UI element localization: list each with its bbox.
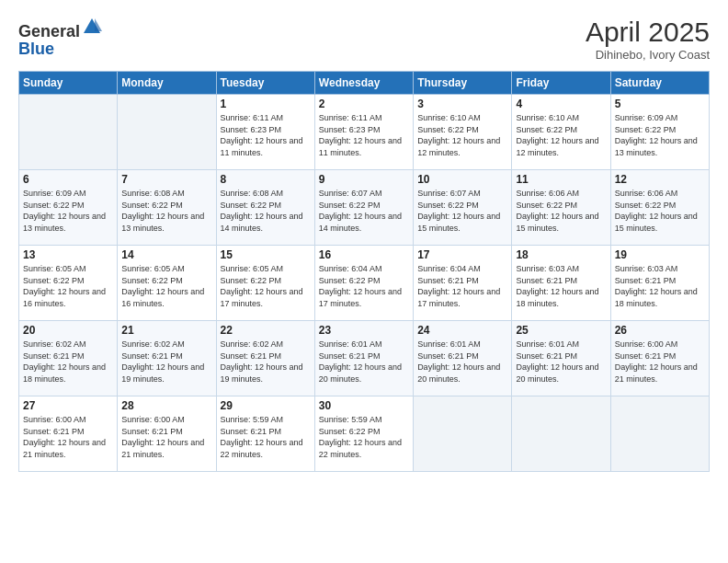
calendar-cell: [512, 396, 610, 472]
calendar-cell: 6Sunrise: 6:09 AM Sunset: 6:22 PM Daylig…: [19, 170, 118, 246]
calendar-cell: 1Sunrise: 6:11 AM Sunset: 6:23 PM Daylig…: [216, 95, 314, 170]
day-info: Sunrise: 6:08 AM Sunset: 6:22 PM Dayligh…: [121, 188, 211, 234]
calendar-cell: 9Sunrise: 6:07 AM Sunset: 6:22 PM Daylig…: [314, 170, 413, 246]
weekday-header-wednesday: Wednesday: [314, 72, 413, 95]
day-number: 30: [319, 399, 409, 412]
logo-icon: [82, 17, 102, 37]
day-number: 17: [417, 248, 507, 261]
calendar-cell: 25Sunrise: 6:01 AM Sunset: 6:21 PM Dayli…: [512, 321, 610, 396]
logo-blue: Blue: [18, 40, 54, 58]
calendar-cell: 8Sunrise: 6:08 AM Sunset: 6:22 PM Daylig…: [216, 170, 314, 246]
calendar-table: SundayMondayTuesdayWednesdayThursdayFrid…: [18, 71, 710, 472]
day-number: 26: [615, 324, 705, 337]
day-number: 24: [417, 324, 507, 337]
week-row-4: 20Sunrise: 6:02 AM Sunset: 6:21 PM Dayli…: [19, 321, 710, 396]
day-number: 18: [516, 248, 606, 261]
day-info: Sunrise: 6:03 AM Sunset: 6:21 PM Dayligh…: [615, 263, 705, 309]
day-info: Sunrise: 6:09 AM Sunset: 6:22 PM Dayligh…: [615, 112, 705, 158]
weekday-header-thursday: Thursday: [414, 72, 512, 95]
week-row-2: 6Sunrise: 6:09 AM Sunset: 6:22 PM Daylig…: [19, 170, 710, 246]
day-info: Sunrise: 6:04 AM Sunset: 6:22 PM Dayligh…: [319, 263, 409, 309]
day-info: Sunrise: 6:00 AM Sunset: 6:21 PM Dayligh…: [615, 339, 705, 385]
day-info: Sunrise: 6:01 AM Sunset: 6:21 PM Dayligh…: [516, 339, 606, 385]
day-number: 10: [417, 173, 507, 186]
day-info: Sunrise: 6:03 AM Sunset: 6:21 PM Dayligh…: [516, 263, 606, 309]
calendar-cell: 16Sunrise: 6:04 AM Sunset: 6:22 PM Dayli…: [314, 246, 413, 321]
day-info: Sunrise: 6:08 AM Sunset: 6:22 PM Dayligh…: [221, 188, 311, 234]
header: General Blue April 2025 Dihinebo, Ivory …: [18, 17, 710, 62]
calendar-cell: 11Sunrise: 6:06 AM Sunset: 6:22 PM Dayli…: [512, 170, 610, 246]
day-number: 5: [615, 98, 705, 110]
day-info: Sunrise: 6:07 AM Sunset: 6:22 PM Dayligh…: [417, 188, 507, 234]
day-info: Sunrise: 6:05 AM Sunset: 6:22 PM Dayligh…: [221, 263, 311, 309]
day-info: Sunrise: 6:00 AM Sunset: 6:21 PM Dayligh…: [121, 414, 211, 460]
calendar-cell: 24Sunrise: 6:01 AM Sunset: 6:21 PM Dayli…: [414, 321, 512, 396]
weekday-header-saturday: Saturday: [610, 72, 709, 95]
calendar-cell: 15Sunrise: 6:05 AM Sunset: 6:22 PM Dayli…: [216, 246, 314, 321]
calendar-cell: 22Sunrise: 6:02 AM Sunset: 6:21 PM Dayli…: [216, 321, 314, 396]
day-number: 8: [221, 173, 311, 186]
day-info: Sunrise: 6:06 AM Sunset: 6:22 PM Dayligh…: [615, 188, 705, 234]
week-row-5: 27Sunrise: 6:00 AM Sunset: 6:21 PM Dayli…: [19, 396, 710, 472]
day-number: 16: [319, 248, 409, 261]
calendar-cell: 4Sunrise: 6:10 AM Sunset: 6:22 PM Daylig…: [512, 95, 610, 170]
day-number: 2: [319, 98, 409, 110]
day-info: Sunrise: 6:07 AM Sunset: 6:22 PM Dayligh…: [319, 188, 409, 234]
day-number: 25: [516, 324, 606, 337]
day-number: 4: [516, 98, 606, 110]
day-info: Sunrise: 6:01 AM Sunset: 6:21 PM Dayligh…: [417, 339, 507, 385]
day-number: 20: [23, 324, 113, 337]
calendar-cell: [414, 396, 512, 472]
logo-general: General: [18, 22, 80, 40]
day-number: 11: [516, 173, 606, 186]
weekday-header-tuesday: Tuesday: [216, 72, 314, 95]
weekday-header-monday: Monday: [118, 72, 216, 95]
day-number: 12: [615, 173, 705, 186]
day-info: Sunrise: 6:05 AM Sunset: 6:22 PM Dayligh…: [23, 263, 113, 309]
calendar-cell: 13Sunrise: 6:05 AM Sunset: 6:22 PM Dayli…: [19, 246, 118, 321]
day-info: Sunrise: 5:59 AM Sunset: 6:21 PM Dayligh…: [221, 414, 311, 460]
day-info: Sunrise: 6:06 AM Sunset: 6:22 PM Dayligh…: [516, 188, 606, 234]
day-info: Sunrise: 6:09 AM Sunset: 6:22 PM Dayligh…: [23, 188, 113, 234]
calendar-cell: [19, 95, 118, 170]
day-info: Sunrise: 6:05 AM Sunset: 6:22 PM Dayligh…: [121, 263, 211, 309]
day-info: Sunrise: 6:00 AM Sunset: 6:21 PM Dayligh…: [23, 414, 113, 460]
calendar-cell: 17Sunrise: 6:04 AM Sunset: 6:21 PM Dayli…: [414, 246, 512, 321]
day-info: Sunrise: 6:11 AM Sunset: 6:23 PM Dayligh…: [221, 112, 311, 158]
week-row-3: 13Sunrise: 6:05 AM Sunset: 6:22 PM Dayli…: [19, 246, 710, 321]
day-number: 27: [23, 399, 113, 412]
calendar-cell: 18Sunrise: 6:03 AM Sunset: 6:21 PM Dayli…: [512, 246, 610, 321]
calendar-cell: 12Sunrise: 6:06 AM Sunset: 6:22 PM Dayli…: [610, 170, 709, 246]
calendar-cell: 20Sunrise: 6:02 AM Sunset: 6:21 PM Dayli…: [19, 321, 118, 396]
day-info: Sunrise: 6:02 AM Sunset: 6:21 PM Dayligh…: [121, 339, 211, 385]
calendar-cell: 23Sunrise: 6:01 AM Sunset: 6:21 PM Dayli…: [314, 321, 413, 396]
page-subtitle: Dihinebo, Ivory Coast: [586, 48, 710, 62]
calendar-cell: 2Sunrise: 6:11 AM Sunset: 6:23 PM Daylig…: [314, 95, 413, 170]
calendar-cell: 26Sunrise: 6:00 AM Sunset: 6:21 PM Dayli…: [610, 321, 709, 396]
calendar-cell: 27Sunrise: 6:00 AM Sunset: 6:21 PM Dayli…: [19, 396, 118, 472]
calendar-cell: [118, 95, 216, 170]
calendar-cell: 28Sunrise: 6:00 AM Sunset: 6:21 PM Dayli…: [118, 396, 216, 472]
day-info: Sunrise: 6:10 AM Sunset: 6:22 PM Dayligh…: [417, 112, 507, 158]
calendar-cell: 7Sunrise: 6:08 AM Sunset: 6:22 PM Daylig…: [118, 170, 216, 246]
svg-marker-1: [95, 18, 102, 31]
day-number: 13: [23, 248, 113, 261]
day-number: 28: [121, 399, 211, 412]
page-title: April 2025: [586, 17, 710, 48]
day-number: 14: [121, 248, 211, 261]
week-row-1: 1Sunrise: 6:11 AM Sunset: 6:23 PM Daylig…: [19, 95, 710, 170]
calendar-cell: 21Sunrise: 6:02 AM Sunset: 6:21 PM Dayli…: [118, 321, 216, 396]
calendar-body: 1Sunrise: 6:11 AM Sunset: 6:23 PM Daylig…: [19, 95, 710, 472]
day-number: 21: [121, 324, 211, 337]
day-number: 9: [319, 173, 409, 186]
calendar-cell: 14Sunrise: 6:05 AM Sunset: 6:22 PM Dayli…: [118, 246, 216, 321]
day-number: 29: [221, 399, 311, 412]
day-info: Sunrise: 6:10 AM Sunset: 6:22 PM Dayligh…: [516, 112, 606, 158]
day-number: 1: [221, 98, 311, 110]
day-info: Sunrise: 6:04 AM Sunset: 6:21 PM Dayligh…: [417, 263, 507, 309]
calendar-cell: 3Sunrise: 6:10 AM Sunset: 6:22 PM Daylig…: [414, 95, 512, 170]
calendar-cell: 19Sunrise: 6:03 AM Sunset: 6:21 PM Dayli…: [610, 246, 709, 321]
day-info: Sunrise: 6:02 AM Sunset: 6:21 PM Dayligh…: [221, 339, 311, 385]
day-info: Sunrise: 5:59 AM Sunset: 6:22 PM Dayligh…: [319, 414, 409, 460]
day-number: 22: [221, 324, 311, 337]
